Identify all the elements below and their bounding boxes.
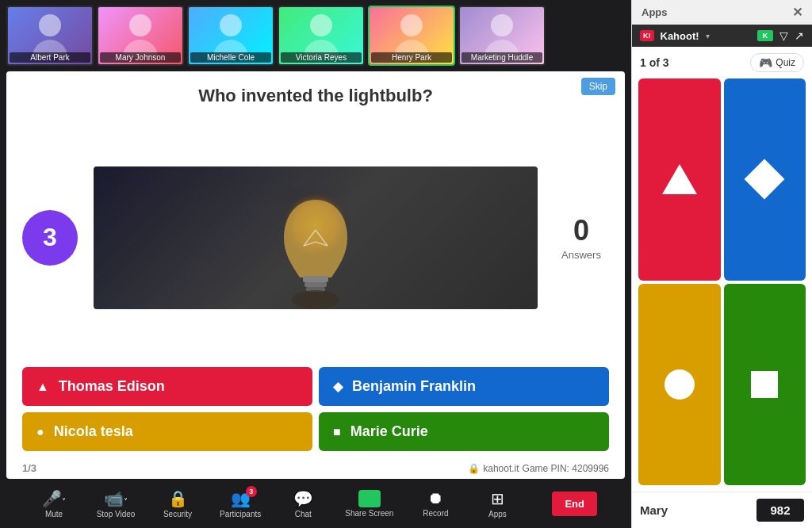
zoom-area: Albert Park Mary Johnson Michelle Cole: [0, 0, 631, 528]
participants-bar: Albert Park Mary Johnson Michelle Cole: [0, 0, 631, 71]
diamond-icon: ◆: [333, 379, 343, 394]
score-bar: Mary 982: [632, 492, 812, 528]
game-pin-site: kahoot.it: [483, 463, 519, 474]
participant-thumb: Albert Park: [6, 6, 94, 66]
security-icon: 🔒: [168, 489, 188, 508]
participant-thumb: Victoria Reyes: [278, 6, 365, 66]
quiz-header: 1 of 3 🎮 Quiz: [632, 47, 812, 78]
share-screen-icon: 🖥: [358, 490, 381, 507]
participant-thumb: Marketing Huddle: [458, 6, 546, 66]
chat-label: Chat: [295, 510, 312, 518]
participants-label: Participants: [220, 510, 261, 518]
participant-thumb: Henry Park: [368, 6, 455, 66]
answers-count: 0 Answers: [553, 214, 609, 262]
quiz-counter: 1 of 3: [640, 56, 669, 69]
participants-badge: 3: [246, 486, 257, 497]
external-link-icon[interactable]: ↗: [795, 29, 804, 42]
diamond-shape: [745, 159, 785, 200]
circle-icon: ●: [36, 425, 44, 439]
answer-text-2: Benjamin Franklin: [352, 378, 476, 395]
quiz-emoji-icon: 🎮: [759, 56, 772, 69]
answer-text-4: Marie Curie: [350, 423, 428, 440]
answer-text-3: Nicola tesla: [54, 423, 133, 440]
participant-name: Albert Park: [10, 52, 90, 63]
shape-grid: [632, 78, 812, 492]
triangle-shape: [662, 164, 697, 194]
answer-marie-curie[interactable]: ■ Marie Curie: [319, 412, 609, 451]
record-label: Record: [423, 509, 448, 518]
record-icon: ⏺: [427, 489, 443, 507]
game-pin: 🔒 kahoot.it Game PIN: 4209996: [468, 463, 609, 474]
timer-circle: 3: [22, 210, 78, 266]
share-screen-label: Share Screen: [345, 509, 393, 518]
kahoot-toolbar-icons: K ▽ ↗: [757, 29, 804, 42]
zoom-toolbar: 🎤˅ Mute 📹˅ Stop Video 🔒 Security 👥 3 Par…: [0, 479, 631, 528]
shape-cell-triangle: [638, 78, 721, 281]
toolbar-share-screen[interactable]: 🖥 Share Screen: [345, 490, 393, 518]
sidebar-header: Apps ✕: [632, 0, 812, 25]
chat-icon: 💬: [293, 489, 313, 508]
answer-benjamin-franklin[interactable]: ◆ Benjamin Franklin: [319, 367, 609, 406]
mute-icon: 🎤˅: [42, 489, 66, 508]
toolbar-security[interactable]: 🔒 Security: [158, 489, 197, 518]
question-body: 3: [6, 116, 625, 359]
score-player-name: Mary: [640, 503, 750, 517]
score-value: 982: [756, 499, 804, 522]
answer-nicola-tesla[interactable]: ● Nicola tesla: [22, 412, 312, 451]
participant-name: Henry Park: [371, 52, 452, 63]
shape-cell-diamond: [724, 78, 806, 281]
apps-label: Apps: [488, 510, 507, 518]
toolbar-participants[interactable]: 👥 3 Participants: [220, 489, 261, 518]
quiz-label: Quiz: [776, 57, 795, 68]
game-pin-number: Game PIN: 4209996: [523, 463, 609, 474]
participant-name: Mary Johnson: [100, 52, 181, 63]
toolbar-apps[interactable]: ⊞ Apps: [477, 489, 517, 518]
participant-name: Victoria Reyes: [281, 52, 362, 63]
filter-icon[interactable]: ▽: [779, 29, 788, 42]
answer-thomas-edison[interactable]: ▲ Thomas Edison: [22, 367, 312, 406]
progress-text: 1/3: [22, 462, 36, 474]
kahoot-logo: K!: [640, 30, 654, 41]
svg-rect-5: [303, 276, 328, 282]
toolbar-record[interactable]: ⏺ Record: [416, 489, 455, 518]
question-image: [94, 166, 538, 309]
participant-name: Michelle Cole: [190, 52, 271, 63]
kahoot-green-icon: K: [757, 30, 773, 41]
security-label: Security: [163, 510, 192, 518]
skip-button[interactable]: Skip: [581, 78, 615, 95]
close-icon[interactable]: ✕: [792, 5, 802, 20]
kahoot-sidebar: Apps ✕ K! Kahoot! ▾ K ▽ ↗ 1 of 3 🎮 Quiz: [631, 0, 812, 528]
svg-point-8: [292, 290, 339, 309]
square-icon: ■: [333, 425, 341, 439]
participant-thumb: Michelle Cole: [187, 6, 274, 66]
toolbar-chat[interactable]: 💬 Chat: [283, 489, 323, 518]
answer-text-1: Thomas Edison: [59, 378, 165, 395]
bottom-status: 1/3 🔒 kahoot.it Game PIN: 4209996: [6, 457, 625, 479]
participant-thumb: Mary Johnson: [97, 6, 184, 66]
circle-shape: [665, 369, 695, 400]
end-button[interactable]: End: [552, 492, 597, 516]
svg-rect-6: [304, 282, 327, 287]
participant-name: Marketing Huddle: [462, 52, 542, 63]
kahoot-content: Skip Who invented the lightbulb? 3: [6, 71, 625, 479]
lock-icon: 🔒: [468, 463, 480, 474]
question-text: Who invented the lightbulb?: [22, 86, 609, 106]
quiz-badge: 🎮 Quiz: [750, 53, 804, 72]
question-header: Who invented the lightbulb?: [6, 71, 625, 116]
square-shape: [751, 371, 778, 398]
toolbar-mute[interactable]: 🎤˅ Mute: [34, 489, 74, 518]
shape-cell-square: [724, 284, 806, 486]
mute-label: Mute: [45, 510, 63, 518]
apps-icon: ⊞: [491, 489, 504, 508]
video-icon: 📹˅: [104, 489, 128, 508]
triangle-icon: ▲: [36, 380, 49, 394]
participants-icon: 👥 3: [231, 489, 251, 508]
shape-cell-circle: [638, 284, 721, 486]
kahoot-app-toolbar: K! Kahoot! ▾ K ▽ ↗: [632, 25, 812, 47]
stop-video-label: Stop Video: [97, 510, 136, 518]
answers-grid: ▲ Thomas Edison ◆ Benjamin Franklin ● Ni…: [6, 359, 625, 457]
kahoot-app-name: Kahoot!: [661, 30, 699, 42]
toolbar-stop-video[interactable]: 📹˅ Stop Video: [96, 489, 136, 518]
sidebar-title: Apps: [642, 6, 668, 18]
